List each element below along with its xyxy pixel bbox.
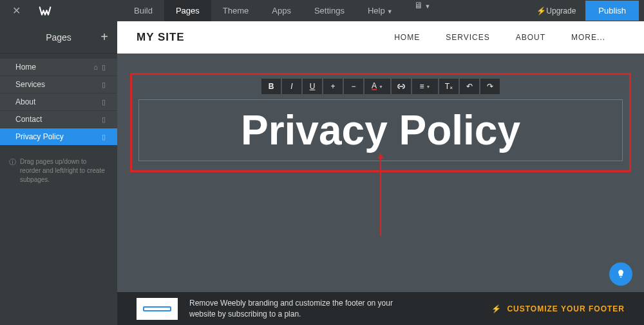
footer-promo-bar: Remove Weebly branding and customize the…: [117, 292, 644, 325]
home-icon: ⌂: [93, 63, 98, 72]
nav-services[interactable]: SERVICES: [446, 33, 489, 42]
heading-text-block[interactable]: Privacy Policy: [138, 99, 623, 161]
undo-button[interactable]: ↶: [460, 79, 479, 94]
tab-theme[interactable]: Theme: [211, 0, 260, 21]
sidebar-item-services[interactable]: Services ▯: [0, 76, 117, 93]
clear-format-button[interactable]: Tₓ: [439, 79, 459, 94]
add-page-icon[interactable]: +: [100, 30, 108, 44]
link-button[interactable]: [392, 79, 411, 94]
sidebar-item-label: About: [15, 97, 35, 106]
tab-help[interactable]: Help▼: [356, 0, 404, 21]
top-bar: ✕ Build Pages Theme Apps Settings Help▼ …: [0, 0, 644, 21]
sidebar-item-label: Privacy Policy: [15, 132, 64, 141]
sidebar-item-about[interactable]: About ▯: [0, 94, 117, 110]
align-button[interactable]: ≡▼: [412, 79, 438, 94]
sidebar: Pages + Home ⌂▯ Services ▯ About ▯ Conta…: [0, 21, 117, 325]
tab-apps[interactable]: Apps: [260, 0, 303, 21]
device-preview-icon[interactable]: 🖥▼: [404, 0, 440, 21]
tab-settings[interactable]: Settings: [303, 0, 356, 21]
customize-footer-button[interactable]: ⚡ CUSTOMIZE YOUR FOOTER: [491, 304, 625, 313]
weebly-logo-icon[interactable]: [32, 0, 58, 21]
publish-button[interactable]: Publish: [585, 1, 639, 21]
nav-more[interactable]: MORE...: [571, 33, 605, 42]
nav-about[interactable]: ABOUT: [516, 33, 545, 42]
tab-build[interactable]: Build: [122, 0, 164, 21]
sidebar-item-label: Services: [15, 80, 45, 89]
heading-text[interactable]: Privacy Policy: [146, 106, 616, 154]
page-icon: ▯: [102, 98, 106, 106]
close-icon[interactable]: ✕: [0, 5, 32, 17]
chevron-down-icon: ▼: [379, 84, 383, 89]
sidebar-item-label: Contact: [15, 115, 42, 124]
site-nav: HOME SERVICES ABOUT MORE...: [394, 33, 605, 42]
underline-button[interactable]: U: [303, 79, 322, 94]
info-icon: ⓘ: [9, 157, 16, 184]
bolt-icon: ⚡: [491, 304, 502, 313]
decrease-size-button[interactable]: −: [344, 79, 363, 94]
page-icon: ▯: [102, 115, 106, 124]
site-title[interactable]: MY SITE: [137, 31, 185, 44]
page-icon: ▯: [102, 133, 106, 141]
page-icon: ▯: [102, 63, 106, 72]
sidebar-item-home[interactable]: Home ⌂▯: [0, 59, 117, 75]
sidebar-title: Pages: [46, 32, 71, 43]
page-icon: ▯: [102, 81, 106, 89]
canvas: MY SITE HOME SERVICES ABOUT MORE... B I …: [117, 21, 644, 292]
redo-button[interactable]: ↷: [480, 79, 500, 94]
footer-promo-text: Remove Weebly branding and customize the…: [189, 298, 393, 320]
sidebar-item-contact[interactable]: Contact ▯: [0, 111, 117, 128]
nav-home[interactable]: HOME: [394, 33, 420, 42]
editor-area: B I U + − A▼ ≡▼ Tₓ ↶ ↷: [117, 54, 644, 192]
help-bubble-button[interactable]: [609, 262, 632, 286]
footer-thumbnail-icon: [137, 298, 178, 320]
annotation-arrow-icon: [377, 153, 384, 236]
page-list: Home ⌂▯ Services ▯ About ▯ Contact ▯ Pri…: [0, 59, 117, 145]
chevron-down-icon: ▼: [426, 84, 431, 89]
sidebar-item-label: Home: [15, 63, 36, 72]
tab-pages[interactable]: Pages: [164, 0, 211, 21]
bold-button[interactable]: B: [261, 79, 281, 94]
bolt-icon: ⚡: [536, 6, 546, 15]
italic-button[interactable]: I: [282, 79, 301, 94]
top-tabs: Build Pages Theme Apps Settings Help▼ 🖥▼: [122, 0, 440, 21]
increase-size-button[interactable]: +: [323, 79, 343, 94]
upgrade-button[interactable]: ⚡Upgrade: [527, 6, 585, 15]
sidebar-item-privacy-policy[interactable]: Privacy Policy ▯: [0, 128, 117, 145]
sidebar-hint: ⓘ Drag pages up/down to reorder and left…: [0, 146, 117, 196]
text-color-button[interactable]: A▼: [365, 79, 390, 94]
chevron-down-icon: ▼: [387, 8, 393, 15]
site-header: MY SITE HOME SERVICES ABOUT MORE...: [117, 21, 644, 54]
lightbulb-icon: [616, 269, 626, 279]
text-toolbar: B I U + − A▼ ≡▼ Tₓ ↶ ↷: [138, 79, 623, 94]
